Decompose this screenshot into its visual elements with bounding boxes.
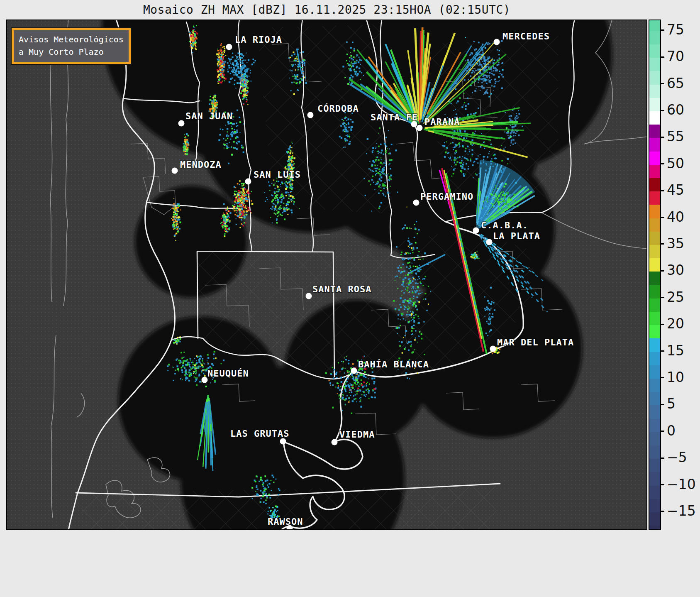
colorbar-tick-mark <box>661 83 664 84</box>
colorbar-segment <box>649 365 660 379</box>
colorbar-segment <box>649 298 660 312</box>
city-label-san-juan: SAN JUAN <box>185 111 233 121</box>
colorbar-segment <box>649 338 660 352</box>
colorbar-segment <box>649 165 660 179</box>
city-dot-san-juan <box>178 120 185 127</box>
colorbar-tick-label: 15 <box>667 343 684 359</box>
city-label-c-a-b-a-: C.A.B.A. <box>481 220 528 230</box>
city-label-santa-fe: SANTA FE <box>371 112 418 122</box>
colorbar-segment <box>649 20 660 31</box>
colorbar-tick-mark <box>661 484 664 485</box>
colorbar-tick-label: 40 <box>667 209 684 225</box>
city-dot-mar-del-plata <box>490 346 496 352</box>
colorbar-segment <box>649 459 660 472</box>
city-label-pergamino: PERGAMINO <box>420 191 473 202</box>
colorbar-segment <box>649 419 660 433</box>
colorbar-segment <box>649 152 660 165</box>
city-dot-pergamino <box>413 200 420 206</box>
radar-map: LA RIOJAMERCEDESCÓRDOBASAN JUANSANTA FEP… <box>6 20 647 530</box>
colorbar-tick-mark <box>661 137 664 138</box>
city-label-viedma: VIEDMA <box>339 429 375 440</box>
radar-product-screen: Mosaico ZH MAX [dBZ] 16.11.2025 23:15HOA… <box>0 0 700 597</box>
page-title: Mosaico ZH MAX [dBZ] 16.11.2025 23:15HOA… <box>6 0 647 19</box>
colorbar-tick-label: 70 <box>667 48 684 64</box>
city-label-neuquén: NEUQUÉN <box>207 368 249 379</box>
colorbar-tick-label: 25 <box>667 289 684 305</box>
colorbar-tick-mark <box>661 217 664 218</box>
colorbar-tick-label: 65 <box>667 75 684 91</box>
colorbar-segment <box>649 125 660 138</box>
city-label-mercedes: MERCEDES <box>502 31 550 42</box>
colorbar-tick-mark <box>661 511 664 512</box>
city-dot-córdoba <box>307 112 314 118</box>
city-dot-mendoza <box>172 168 178 174</box>
colorbar-tick-label: 60 <box>667 102 684 118</box>
city-label-rawson: RAWSON <box>268 516 303 527</box>
colorbar-tick-label: −5 <box>667 449 687 465</box>
footer: Servicio Meteorológico Nacional Argentin… <box>0 533 700 597</box>
colorbar-tick-mark <box>661 431 664 432</box>
colorbar-tick-mark <box>661 404 664 405</box>
colorbar-tick-label: 0 <box>667 423 676 439</box>
colorbar-segment <box>649 258 660 272</box>
colorbar-tick-mark <box>661 458 664 459</box>
colorbar-segment <box>649 191 660 205</box>
colorbar-segment <box>649 325 660 339</box>
colorbar-tick-mark <box>661 297 664 298</box>
colorbar-tick-mark <box>661 56 664 58</box>
city-label-san-luis: SAN LUIS <box>254 169 301 180</box>
warning-line-2: a Muy Corto Plazo <box>19 46 124 58</box>
colorbar-tick-mark <box>661 270 664 272</box>
colorbar-segment <box>649 445 660 459</box>
colorbar-tick-label: 50 <box>667 155 684 171</box>
colorbar-segment <box>649 432 660 446</box>
city-dot-santa-rosa <box>306 293 312 299</box>
city-dot-mercedes <box>494 39 500 45</box>
city-dot-paraná <box>417 125 423 131</box>
colorbar-segment <box>649 526 660 530</box>
city-label-santa-rosa: SANTA ROSA <box>312 284 371 294</box>
colorbar-tick-label: 20 <box>667 316 684 332</box>
colorbar-tick-mark <box>661 243 664 245</box>
colorbar-tick-label: −15 <box>667 503 696 519</box>
city-dot-san-luis <box>245 179 251 185</box>
warning-line-1: Avisos Meteorológicos <box>19 33 124 46</box>
colorbar-tick-mark <box>661 29 664 31</box>
colorbar-segment <box>649 31 660 45</box>
city-label-la-plata: LA PLATA <box>493 231 540 241</box>
colorbar-segment <box>649 472 660 486</box>
colorbar-tick-label: 10 <box>667 369 684 385</box>
colorbar-tick-mark <box>661 324 664 325</box>
colorbar-segment <box>649 405 660 419</box>
colorbar-tick-mark <box>661 377 664 378</box>
city-dot-las-grutas <box>280 438 286 445</box>
warning-banner[interactable]: Avisos Meteorológicos a Muy Corto Plazo <box>12 28 131 64</box>
colorbar-segment <box>649 285 660 299</box>
colorbar-segment <box>649 85 660 98</box>
colorbar-segment <box>649 272 660 285</box>
colorbar-segment <box>649 178 660 192</box>
colorbar-segment <box>649 218 660 232</box>
colorbar-segment <box>649 512 660 526</box>
colorbar-tick-label: 45 <box>667 182 684 198</box>
colorbar-segment <box>649 392 660 406</box>
colorbar-tick-label: 35 <box>667 235 684 252</box>
colorbar-segment <box>649 245 660 259</box>
city-label-bahía-blanca: BAHÍA BLANCA <box>358 359 429 369</box>
colorbar-segment <box>649 232 660 245</box>
colorbar-tick-label: 5 <box>667 396 676 412</box>
city-label-mendoza: MENDOZA <box>180 159 222 170</box>
colorbar-tick-label: 30 <box>667 262 684 278</box>
city-dot-viedma <box>332 439 338 445</box>
dbz-colorbar <box>649 20 661 530</box>
colorbar-segment <box>649 312 660 325</box>
city-dot-bahía-blanca <box>351 368 357 374</box>
colorbar-segment <box>649 111 660 125</box>
city-label-las-grutas: LAS GRUTAS <box>230 428 289 439</box>
colorbar-tick-mark <box>661 190 664 191</box>
dbz-colorbar-ticks: 757065605550454035302520151050−5−10−15 <box>661 20 700 533</box>
colorbar-segment <box>649 352 660 366</box>
city-label-córdoba: CÓRDOBA <box>317 103 359 114</box>
colorbar-segment <box>649 58 660 71</box>
city-dot-neuquén <box>202 377 208 383</box>
